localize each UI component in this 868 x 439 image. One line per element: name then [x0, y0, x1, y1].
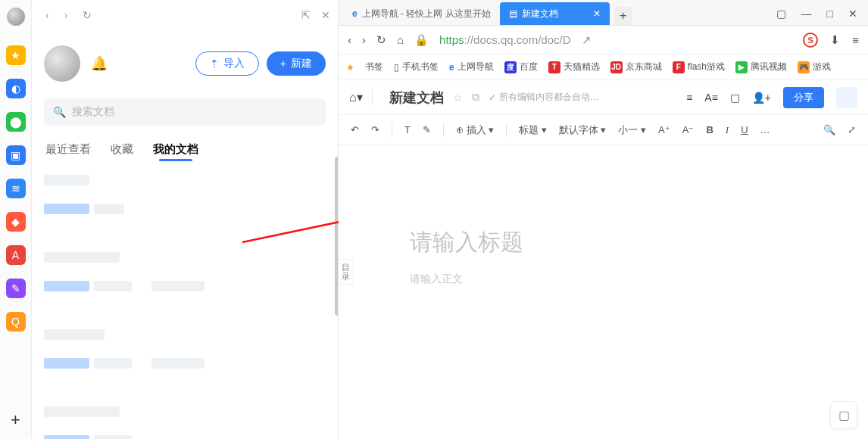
undo-icon[interactable]: ↶ [351, 124, 359, 135]
doc-list [32, 157, 338, 439]
pending-icon[interactable]: ⧉ [472, 91, 479, 104]
bm-baidu[interactable]: 度百度 [504, 61, 538, 73]
font-size-select[interactable]: 小一 ▾ [618, 123, 646, 137]
list-item[interactable] [44, 350, 326, 379]
nav-home-icon[interactable]: ⌂ [397, 33, 404, 46]
bell-icon[interactable]: 🔔 [91, 55, 108, 72]
list-item[interactable] [44, 196, 326, 225]
bm-nav[interactable]: e上网导航 [449, 61, 494, 73]
window-close-icon[interactable]: ✕ [848, 8, 857, 20]
outline-icon[interactable]: ≡ [686, 92, 692, 104]
font-family-select[interactable]: 默认字体 ▾ [559, 123, 607, 137]
iconbar-tile[interactable]: ★ [6, 45, 26, 65]
sogou-icon[interactable]: S [803, 33, 818, 48]
insert-menu[interactable]: ⊕ 插入 ▾ [456, 123, 494, 137]
pin-icon[interactable]: ⇱ [301, 9, 311, 21]
bookmark-star-icon[interactable]: ★ [346, 62, 354, 73]
scrollbar[interactable] [335, 157, 338, 316]
app-iconbar: ★◐⬤▣≋◆A✎Q + [0, 0, 32, 439]
iconbar-tile[interactable]: ✎ [6, 279, 26, 298]
doc-avatar[interactable] [836, 87, 857, 108]
iconbar-tile[interactable]: ▣ [6, 145, 26, 165]
panel-head: 🔔 ⇡ 导入 + 新建 [32, 30, 338, 91]
add-user-icon[interactable]: 👤+ [752, 92, 771, 104]
doc-body[interactable]: 目录 请输入标题 请输入正文 ▢ [339, 145, 868, 439]
open-external-icon[interactable]: ↗ [582, 33, 592, 47]
underline-button[interactable]: U [741, 124, 748, 135]
import-button[interactable]: ⇡ 导入 [195, 51, 259, 76]
forward-icon[interactable]: › [64, 9, 68, 21]
iconbar-tile[interactable]: A [6, 245, 26, 265]
format-brush-icon[interactable]: T [404, 124, 411, 135]
list-item[interactable] [44, 322, 326, 350]
italic-button[interactable]: I [726, 124, 729, 136]
bm-tencent[interactable]: ▶腾讯视频 [735, 61, 787, 73]
iconbar-add[interactable]: + [11, 410, 20, 430]
list-item[interactable] [44, 273, 326, 302]
star-icon[interactable]: ☆ [453, 92, 463, 104]
bm-game[interactable]: 🎮游戏 [798, 61, 831, 73]
format-toolbar: ↶ ↷ T ✎ ⊕ 插入 ▾ 标题 ▾ 默认字体 ▾ 小一 ▾ A⁺ A⁻ B … [339, 115, 868, 145]
tab-fav[interactable]: 收藏 [111, 142, 133, 157]
toc-toggle[interactable]: 目录 [339, 259, 354, 285]
menu-icon[interactable]: ≡ [852, 33, 859, 46]
iconbar-tile[interactable]: ≋ [6, 179, 26, 198]
title-placeholder[interactable]: 请输入标题 [410, 227, 523, 258]
close-icon[interactable]: ✕ [321, 9, 330, 21]
expand-icon[interactable]: ⤢ [848, 124, 856, 135]
reload-icon[interactable]: ↻ [83, 9, 92, 21]
browser-tab-2[interactable]: ▤ 新建文档 ✕ [500, 2, 610, 25]
float-button[interactable]: ▢ [830, 401, 857, 428]
back-icon[interactable]: ‹ [45, 9, 49, 21]
bold-button[interactable]: B [706, 124, 713, 135]
clear-format-icon[interactable]: ✎ [423, 124, 431, 135]
bm-flash[interactable]: Fflash游戏 [673, 61, 725, 73]
avatar-small[interactable] [7, 8, 25, 26]
docs-panel: ‹ › ↻ ⇱ ✕ 🔔 ⇡ 导入 + 新建 🔍 搜索文档 最近查看 收藏 我的文… [32, 0, 339, 439]
iconbar-tile[interactable]: ◆ [6, 212, 26, 232]
tab-recent[interactable]: 最近查看 [45, 142, 91, 157]
more-format-icon[interactable]: … [760, 124, 770, 135]
list-item[interactable] [44, 399, 326, 428]
flash-icon: F [673, 61, 685, 73]
create-button[interactable]: + 新建 [267, 51, 326, 76]
present-icon[interactable]: ▢ [730, 92, 740, 104]
bm-mobile[interactable]: ▯手机书签 [394, 61, 439, 73]
minimize-icon[interactable]: — [801, 8, 812, 20]
doc-title[interactable]: 新建文档 [389, 89, 444, 107]
body-placeholder[interactable]: 请输入正文 [410, 272, 463, 286]
font-icon[interactable]: A≡ [704, 92, 718, 104]
download-icon[interactable]: ⬇ [830, 33, 840, 47]
tab-mine[interactable]: 我的文档 [153, 142, 198, 157]
share-button[interactable]: 分享 [783, 87, 824, 108]
search-input[interactable]: 🔍 搜索文档 [44, 98, 326, 126]
new-tab-button[interactable]: + [614, 7, 632, 25]
doc-home-icon[interactable]: ⌂▾ [349, 90, 363, 104]
address-bar: ‹ › ↻ ⌂ 🔒 https://docs.qq.com/doc/D ↗ S … [339, 26, 868, 54]
list-item[interactable] [44, 244, 326, 273]
browser-tab-1[interactable]: e 上网导航 - 轻快上网 从这里开始 [343, 2, 500, 25]
nav-forward-icon[interactable]: › [362, 33, 366, 46]
bm-jd[interactable]: JD京东商城 [610, 61, 662, 73]
redo-icon[interactable]: ↷ [371, 124, 379, 135]
iconbar-tile[interactable]: ◐ [6, 79, 26, 98]
maximize-icon[interactable]: □ [827, 8, 833, 20]
nav-reload-icon[interactable]: ↻ [376, 33, 386, 47]
list-item[interactable] [44, 167, 326, 196]
tab2-label: 新建文档 [522, 8, 558, 20]
bm-tmall[interactable]: T天猫精选 [548, 61, 600, 73]
font-inc-icon[interactable]: A⁺ [658, 124, 670, 135]
nav-back-icon[interactable]: ‹ [348, 33, 351, 46]
tab-close-icon[interactable]: ✕ [593, 8, 601, 19]
url-field[interactable]: https://docs.qq.com/doc/D [439, 33, 570, 46]
list-item[interactable] [44, 428, 326, 439]
iconbar-tile[interactable]: Q [6, 312, 26, 332]
bm-label[interactable]: 书签 [365, 61, 383, 73]
doc-search-icon[interactable]: 🔍 [823, 124, 835, 135]
extension-icon[interactable]: ▢ [776, 8, 786, 20]
tab1-label: 上网导航 - 轻快上网 从这里开始 [362, 8, 491, 20]
font-dec-icon[interactable]: A⁻ [682, 124, 695, 135]
iconbar-tile[interactable]: ⬤ [6, 112, 26, 132]
avatar[interactable] [44, 45, 80, 82]
heading-select[interactable]: 标题 ▾ [519, 123, 547, 137]
